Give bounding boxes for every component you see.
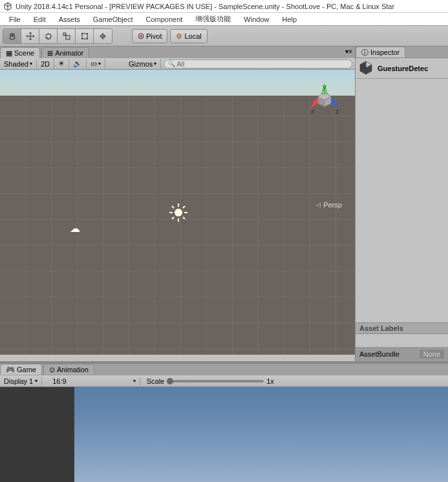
triangle-left-icon: ◁ <box>316 202 321 208</box>
pivot-button[interactable]: Pivot <box>132 29 167 43</box>
tabs-menu-icon[interactable]: ▾≡ <box>345 48 352 55</box>
display-dropdown[interactable]: Display 1 ▾ <box>0 377 42 385</box>
sun-toggle-icon: ☀ <box>58 59 65 68</box>
scale-tool-button[interactable] <box>58 29 76 43</box>
animator-tab-icon: ⊞ <box>47 49 53 58</box>
audio-toggle[interactable]: 🔊 <box>69 59 87 69</box>
menu-file[interactable]: File <box>3 14 27 25</box>
tab-inspector[interactable]: ⓘ Inspector <box>356 47 405 58</box>
svg-line-18 <box>183 206 185 208</box>
effects-dropdown[interactable]: ▭ ▾ <box>87 59 105 69</box>
menu-enhanced[interactable]: 增强版功能 <box>189 13 237 25</box>
dropdown-arrow-icon: ▾ <box>35 378 37 384</box>
projection-label[interactable]: ◁ Persp <box>316 201 342 209</box>
transform-tool-button[interactable] <box>94 29 112 43</box>
tab-animation[interactable]: ⊙ Animation <box>43 364 94 375</box>
info-icon: ⓘ <box>361 48 368 58</box>
scene-view-toolbar: Shaded ▾ 2D ☀ 🔊 ▭ ▾ Gizmos ▾ 🔍 All <box>0 58 355 70</box>
asset-bundle-row: AssetBundle None <box>356 347 448 361</box>
menu-assets[interactable]: Assets <box>52 14 87 25</box>
local-label: Local <box>184 32 201 40</box>
script-asset-icon <box>358 60 374 77</box>
scene-panel-tabs: ▦ Scene ⊞ Animator ▾≡ <box>0 47 355 58</box>
svg-text:y: y <box>323 83 326 90</box>
cloud-gizmo-icon[interactable]: ☁ <box>70 222 80 235</box>
image-icon: ▭ <box>91 59 97 68</box>
scale-control: Scale 1x <box>147 377 274 385</box>
game-view-toolbar: Display 1 ▾ 16:9 ▾ Scale 1x <box>0 375 448 387</box>
animation-tab-icon: ⊙ <box>49 366 55 374</box>
game-viewport[interactable] <box>0 387 448 482</box>
hand-tool-button[interactable] <box>3 29 21 43</box>
audio-icon: 🔊 <box>73 59 82 68</box>
scene-viewport[interactable]: ☁ ◁ Persp y x z <box>0 70 355 355</box>
inspector-panel-tabs: ⓘ Inspector <box>356 47 448 58</box>
dropdown-arrow-icon: ▾ <box>133 378 136 384</box>
local-button[interactable]: Local <box>170 29 207 43</box>
asset-bundle-dropdown[interactable]: None <box>420 350 444 359</box>
asset-labels-header[interactable]: Asset Labels <box>356 322 448 334</box>
scale-slider[interactable] <box>167 380 264 382</box>
rect-tool-button[interactable] <box>76 29 94 43</box>
game-render <box>74 387 448 482</box>
rotate-tool-button[interactable] <box>39 29 58 43</box>
lighting-toggle[interactable]: ☀ <box>54 59 69 69</box>
menu-component[interactable]: Component <box>139 14 189 25</box>
svg-point-8 <box>140 35 142 37</box>
unity-logo-icon <box>3 1 13 12</box>
svg-point-5 <box>81 38 83 39</box>
gizmos-dropdown[interactable]: Gizmos ▾ <box>125 59 161 69</box>
svg-line-17 <box>172 217 174 219</box>
dropdown-arrow-icon: ▾ <box>154 61 156 67</box>
tab-scene[interactable]: ▦ Scene <box>0 47 40 58</box>
menu-help[interactable]: Help <box>275 14 303 25</box>
menubar: File Edit Assets GameObject Component 增强… <box>0 13 448 26</box>
main-toolbar: Pivot Local <box>0 26 448 47</box>
svg-point-6 <box>87 38 88 39</box>
svg-point-10 <box>175 209 182 216</box>
game-letterbox <box>0 387 74 482</box>
svg-rect-1 <box>66 36 70 39</box>
game-tab-icon: 🎮 <box>6 366 15 374</box>
shading-mode-dropdown[interactable]: Shaded ▾ <box>0 59 37 69</box>
aspect-dropdown[interactable]: 16:9 ▾ <box>48 377 140 385</box>
svg-point-3 <box>81 33 83 34</box>
scale-value: 1x <box>266 377 274 385</box>
svg-line-16 <box>183 217 185 219</box>
scene-tab-icon: ▦ <box>6 49 12 58</box>
search-icon: 🔍 <box>168 61 175 67</box>
asset-bundle-label: AssetBundle <box>359 350 400 358</box>
scene-search-input[interactable]: 🔍 All <box>164 59 352 68</box>
transform-tools <box>3 28 112 44</box>
pivot-controls: Pivot Local <box>132 29 208 43</box>
pivot-label: Pivot <box>146 32 162 40</box>
inspector-body <box>356 79 448 322</box>
slider-thumb[interactable] <box>167 378 173 384</box>
orientation-gizmo[interactable]: y x z <box>302 78 347 123</box>
tab-game[interactable]: 🎮 Game <box>0 364 42 375</box>
menu-edit[interactable]: Edit <box>27 14 52 25</box>
dropdown-arrow-icon: ▾ <box>98 61 101 67</box>
directional-light-gizmo-icon[interactable] <box>168 202 189 223</box>
scale-label: Scale <box>147 377 165 385</box>
titlebar: Unity 2018.4.14c1 Personal - [PREVIEW PA… <box>0 0 448 13</box>
window-title: Unity 2018.4.14c1 Personal - [PREVIEW PA… <box>16 3 394 10</box>
svg-line-15 <box>172 206 174 208</box>
svg-text:z: z <box>336 107 339 115</box>
inspector-object-header: GuestureDetec <box>356 58 448 79</box>
inspector-object-name: GuestureDetec <box>378 65 428 72</box>
tab-animator[interactable]: ⊞ Animator <box>41 47 89 58</box>
svg-rect-2 <box>82 34 87 39</box>
svg-point-4 <box>87 33 88 34</box>
game-panel-tabs: 🎮 Game ⊙ Animation <box>0 364 448 375</box>
dropdown-arrow-icon: ▾ <box>30 61 32 67</box>
move-tool-button[interactable] <box>21 29 39 43</box>
menu-window[interactable]: Window <box>237 14 275 25</box>
view-2d-toggle[interactable]: 2D <box>37 59 54 69</box>
scene-ground-grid <box>0 96 355 355</box>
menu-gameobject[interactable]: GameObject <box>87 14 140 25</box>
svg-text:x: x <box>311 107 315 115</box>
